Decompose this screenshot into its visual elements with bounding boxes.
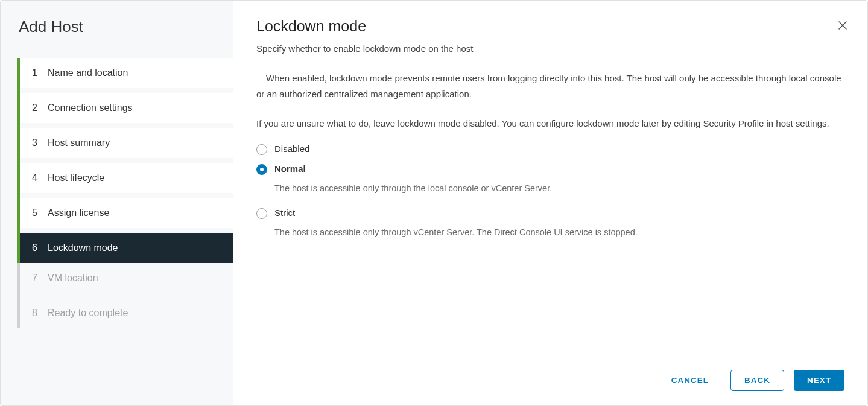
page-title: Lockdown mode: [256, 17, 844, 35]
lockdown-radio-group: Disabled Normal The host is accessible o…: [256, 142, 844, 244]
step-number: 6: [32, 243, 39, 253]
cancel-button[interactable]: CANCEL: [659, 370, 721, 391]
step-ready-to-complete: 8 Ready to complete: [20, 298, 233, 328]
close-button[interactable]: [836, 19, 849, 32]
wizard-title: Add Host: [1, 17, 233, 58]
step-label: Host summary: [48, 138, 110, 148]
step-lockdown-mode[interactable]: 6 Lockdown mode: [20, 233, 233, 263]
step-number: 5: [32, 208, 39, 218]
step-label: Name and location: [48, 68, 128, 78]
step-label: VM location: [48, 273, 98, 284]
step-number: 1: [32, 68, 39, 78]
step-number: 8: [32, 308, 39, 319]
step-number: 4: [32, 173, 39, 183]
radio-icon: [256, 164, 267, 175]
radio-option-strict[interactable]: Strict: [256, 206, 844, 220]
step-label: Lockdown mode: [48, 243, 118, 253]
step-label: Ready to complete: [48, 308, 128, 319]
radio-label: Strict: [274, 208, 295, 218]
close-icon: [836, 19, 849, 32]
step-connection-settings[interactable]: 2 Connection settings: [20, 93, 233, 123]
radio-option-normal[interactable]: Normal: [256, 162, 844, 176]
lockdown-hint: If you are unsure what to do, leave lock…: [256, 116, 844, 132]
step-name-and-location[interactable]: 1 Name and location: [20, 58, 233, 88]
wizard-sidebar: Add Host 1 Name and location 2 Connectio…: [1, 1, 233, 405]
next-button[interactable]: NEXT: [794, 370, 844, 391]
step-host-summary[interactable]: 3 Host summary: [20, 128, 233, 158]
page-subtitle: Specify whether to enable lockdown mode …: [256, 43, 844, 54]
step-assign-license[interactable]: 5 Assign license: [20, 198, 233, 228]
step-number: 7: [32, 273, 39, 284]
radio-icon: [256, 208, 267, 219]
step-label: Assign license: [48, 208, 109, 218]
step-vm-location: 7 VM location: [20, 263, 233, 293]
radio-label: Normal: [274, 163, 306, 174]
wizard-dialog: Add Host 1 Name and location 2 Connectio…: [0, 0, 868, 406]
radio-label: Disabled: [274, 144, 309, 154]
step-label: Host lifecycle: [48, 173, 104, 183]
radio-option-disabled[interactable]: Disabled: [256, 142, 844, 156]
step-label: Connection settings: [48, 103, 133, 113]
radio-help-strict: The host is accessible only through vCen…: [274, 227, 844, 237]
wizard-footer: CANCEL BACK NEXT: [256, 358, 844, 391]
lockdown-description: When enabled, lockdown mode prevents rem…: [256, 71, 844, 101]
steps-completed-group: 1 Name and location 2 Connection setting…: [17, 58, 233, 263]
step-number: 2: [32, 103, 39, 113]
step-host-lifecycle[interactable]: 4 Host lifecycle: [20, 163, 233, 193]
back-button[interactable]: BACK: [730, 370, 784, 391]
radio-icon: [256, 144, 267, 155]
steps-future-group: 7 VM location 8 Ready to complete: [17, 263, 233, 328]
wizard-content: Lockdown mode Specify whether to enable …: [233, 1, 867, 405]
radio-help-normal: The host is accessible only through the …: [274, 183, 844, 193]
step-number: 3: [32, 138, 39, 148]
